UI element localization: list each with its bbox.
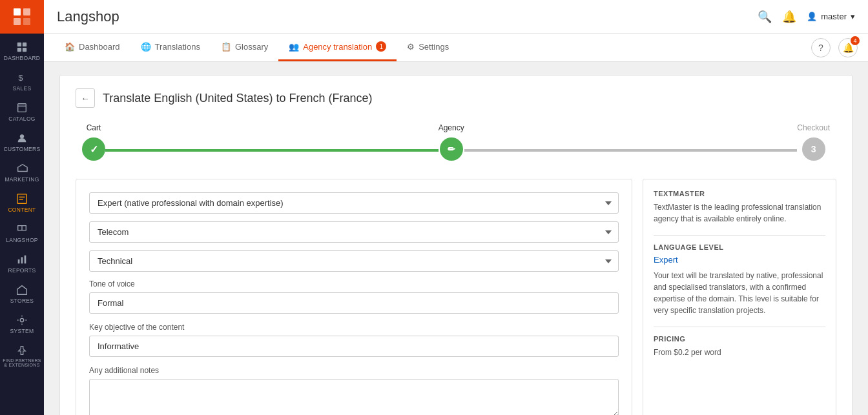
svg-rect-18 bbox=[25, 256, 26, 264]
main-area: Langshop 🔍 🔔 👤 master ▾ 🏠 Dashboard 🌐 Tr… bbox=[44, 0, 868, 415]
notifications-button[interactable]: 🔔 4 bbox=[838, 38, 858, 57]
level-select[interactable]: Expert (native professional with domain … bbox=[89, 192, 619, 214]
language-level-section: LANGUAGE LEVEL Expert Your text will be … bbox=[654, 243, 825, 316]
content-area: ← Translate English (United States) to F… bbox=[44, 62, 868, 415]
sidebar-item-partners[interactable]: FIND PARTNERS& EXTENSIONS bbox=[0, 339, 44, 372]
tab-settings[interactable]: ⚙ Settings bbox=[397, 34, 459, 61]
sidebar-item-reports[interactable]: REPORTS bbox=[0, 248, 44, 279]
svg-rect-4 bbox=[17, 43, 21, 46]
language-level-desc: Your text will be translated by native, … bbox=[654, 270, 825, 316]
pricing-title: PRICING bbox=[654, 335, 825, 343]
step-agency: Agency ✏ bbox=[439, 123, 464, 161]
sidebar: DASHBOARD $ SALES CATALOG CUSTOMERS MARK… bbox=[0, 0, 44, 415]
sidebar-item-system[interactable]: SYSTEM bbox=[0, 309, 44, 339]
sidebar-item-stores[interactable]: STORES bbox=[0, 279, 44, 309]
sidebar-item-marketing[interactable]: MARKETING bbox=[0, 157, 44, 188]
notifications-badge: 4 bbox=[851, 36, 860, 45]
textmaster-title: TEXTMASTER bbox=[654, 190, 825, 197]
form-panel: Expert (native professional with domain … bbox=[76, 179, 632, 415]
svg-rect-2 bbox=[14, 18, 21, 25]
svg-rect-16 bbox=[18, 259, 20, 263]
pricing-section: PRICING From $0.2 per word bbox=[654, 335, 825, 358]
divider-1 bbox=[654, 235, 825, 236]
sidebar-item-customers-label: CUSTOMERS bbox=[4, 146, 41, 152]
nav-tabs-left: 🏠 Dashboard 🌐 Translations 📋 Glossary 👥 … bbox=[54, 34, 459, 61]
step-checkout-number: 3 bbox=[811, 144, 816, 154]
sidebar-item-dashboard[interactable]: DASHBOARD bbox=[0, 36, 44, 66]
chevron-down-icon: ▾ bbox=[851, 12, 855, 21]
step-checkout-label: Checkout bbox=[797, 123, 830, 132]
objective-label: Key objective of the content bbox=[89, 323, 619, 332]
users-icon: 👥 bbox=[289, 42, 299, 52]
sidebar-item-sales-label: SALES bbox=[13, 85, 32, 92]
sidebar-item-content[interactable]: CONTENT bbox=[0, 188, 44, 218]
app-logo[interactable] bbox=[0, 0, 44, 34]
nav-tabs: 🏠 Dashboard 🌐 Translations 📋 Glossary 👥 … bbox=[44, 34, 868, 62]
step-line-1 bbox=[105, 149, 439, 152]
sidebar-item-system-label: SYSTEM bbox=[10, 328, 34, 334]
step-cart-circle: ✓ bbox=[82, 137, 105, 161]
sidebar-item-catalog[interactable]: CATALOG bbox=[0, 97, 44, 127]
objective-field-group: Key objective of the content bbox=[89, 323, 619, 357]
page-title: Translate English (United States) to Fre… bbox=[103, 92, 373, 105]
notes-field-group: Any additional notes bbox=[89, 366, 619, 415]
svg-text:$: $ bbox=[19, 74, 23, 83]
tab-agency[interactable]: 👥 Agency translation 1 bbox=[278, 34, 397, 61]
bell-icon[interactable]: 🔔 bbox=[782, 10, 796, 24]
agency-badge: 1 bbox=[376, 41, 386, 52]
sidebar-item-customers[interactable]: CUSTOMERS bbox=[0, 127, 44, 157]
svg-rect-1 bbox=[23, 8, 30, 15]
notes-textarea[interactable] bbox=[89, 379, 619, 415]
category-select[interactable]: Telecom bbox=[89, 221, 619, 243]
sidebar-item-stores-label: STORES bbox=[10, 298, 34, 304]
svg-point-11 bbox=[20, 134, 24, 138]
svg-rect-9 bbox=[18, 104, 26, 112]
tab-translations[interactable]: 🌐 Translations bbox=[130, 34, 211, 61]
info-panel: TEXTMASTER TextMaster is the leading pro… bbox=[643, 179, 836, 415]
step-line-2 bbox=[464, 149, 798, 152]
svg-rect-6 bbox=[17, 48, 21, 52]
checkmark-icon: ✓ bbox=[90, 143, 98, 156]
sidebar-item-langshop[interactable]: LANGSHOP bbox=[0, 218, 44, 248]
textmaster-text: TextMaster is the leading professional t… bbox=[654, 201, 825, 225]
step-checkout: Checkout 3 bbox=[797, 123, 830, 161]
sidebar-item-partners-label: FIND PARTNERS& EXTENSIONS bbox=[3, 358, 41, 367]
topbar: Langshop 🔍 🔔 👤 master ▾ bbox=[44, 0, 868, 34]
sidebar-item-catalog-label: CATALOG bbox=[8, 116, 35, 122]
sidebar-item-sales[interactable]: $ SALES bbox=[0, 66, 44, 97]
svg-rect-17 bbox=[21, 257, 23, 263]
user-menu[interactable]: 👤 master ▾ bbox=[807, 12, 855, 21]
back-arrow-button[interactable]: ← bbox=[76, 88, 95, 108]
tab-glossary[interactable]: 📋 Glossary bbox=[211, 34, 278, 61]
divider-2 bbox=[654, 327, 825, 327]
step-agency-circle: ✏ bbox=[440, 137, 463, 161]
book-icon: 📋 bbox=[221, 42, 231, 52]
objective-input[interactable] bbox=[89, 336, 619, 357]
tone-label: Tone of voice bbox=[89, 279, 619, 288]
sidebar-item-dashboard-label: DASHBOARD bbox=[4, 55, 41, 61]
sidebar-item-marketing-label: MARKETING bbox=[5, 176, 39, 183]
svg-rect-12 bbox=[17, 194, 26, 203]
tab-dashboard[interactable]: 🏠 Dashboard bbox=[54, 34, 130, 61]
search-icon[interactable]: 🔍 bbox=[758, 10, 772, 24]
app-title: Langshop bbox=[57, 8, 119, 25]
user-icon: 👤 bbox=[807, 12, 817, 21]
help-button[interactable]: ? bbox=[811, 38, 831, 57]
pricing-value: From $0.2 per word bbox=[654, 347, 825, 358]
step-cart-label: Cart bbox=[87, 123, 101, 132]
sidebar-item-langshop-label: LANGSHOP bbox=[6, 237, 38, 243]
globe-icon: 🌐 bbox=[141, 42, 151, 52]
subcategory-select[interactable]: Technical bbox=[89, 250, 619, 272]
svg-rect-5 bbox=[23, 43, 26, 46]
level-select-group: Expert (native professional with domain … bbox=[89, 192, 619, 214]
arrow-left-icon: ← bbox=[81, 94, 89, 103]
language-level-value: Expert bbox=[654, 255, 825, 265]
notes-label: Any additional notes bbox=[89, 366, 619, 375]
svg-rect-0 bbox=[14, 8, 21, 15]
step-cart: Cart ✓ bbox=[82, 123, 105, 161]
tone-input[interactable] bbox=[89, 292, 619, 314]
textmaster-section: TEXTMASTER TextMaster is the leading pro… bbox=[654, 190, 825, 225]
category-select-group: Telecom bbox=[89, 221, 619, 243]
pencil-icon: ✏ bbox=[448, 144, 455, 154]
page-header: ← Translate English (United States) to F… bbox=[76, 88, 836, 108]
